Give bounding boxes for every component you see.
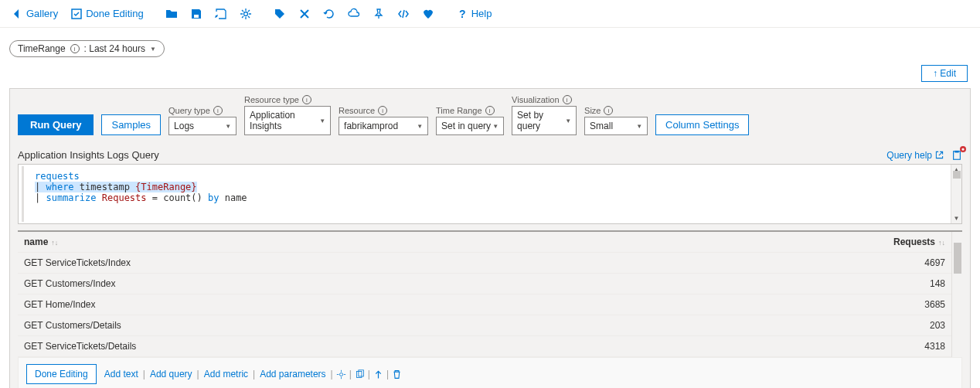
scroll-thumb[interactable] bbox=[954, 243, 961, 274]
add-metric-link[interactable]: Add metric bbox=[202, 369, 250, 379]
chevron-down-icon: ▼ bbox=[492, 123, 499, 130]
editor-scrollbar[interactable]: ▲ ▼ bbox=[951, 165, 961, 223]
scroll-thumb[interactable] bbox=[953, 171, 961, 179]
column-header-name[interactable]: name↑↓ bbox=[18, 232, 859, 252]
heart-icon bbox=[422, 8, 434, 20]
refresh-icon-button[interactable] bbox=[318, 5, 340, 23]
help-icon: ? bbox=[456, 8, 468, 20]
gallery-label: Gallery bbox=[26, 8, 58, 19]
table-row[interactable]: GET Customers/Index148 bbox=[18, 274, 951, 294]
help-button[interactable]: ? Help bbox=[451, 5, 497, 23]
samples-button[interactable]: Samples bbox=[101, 114, 161, 135]
code-icon bbox=[397, 8, 410, 20]
query-type-dropdown[interactable]: Logs▼ bbox=[168, 117, 236, 135]
save-as-icon bbox=[215, 8, 227, 20]
done-editing-icon bbox=[70, 8, 83, 20]
info-icon: i bbox=[604, 106, 613, 115]
chevron-down-icon: ▼ bbox=[417, 123, 423, 130]
resource-type-dropdown[interactable]: Application Insights▼ bbox=[244, 106, 331, 135]
results-table: name↑↓ Requests↑↓ GET ServiceTickets/Ind… bbox=[18, 230, 962, 357]
svg-point-6 bbox=[339, 373, 342, 376]
add-query-link[interactable]: Add query bbox=[148, 369, 194, 379]
parameter-area: TimeRange i : Last 24 hours ▼ bbox=[0, 28, 980, 65]
visualization-label: Visualizationi bbox=[512, 95, 577, 104]
table-row[interactable]: GET Home/Index3685 bbox=[18, 294, 951, 315]
delete-mini-icon[interactable] bbox=[392, 369, 402, 379]
svg-rect-5 bbox=[954, 150, 958, 152]
notifications-icon-button[interactable]: ● bbox=[951, 150, 962, 161]
resource-label: Resourcei bbox=[339, 106, 428, 115]
tag-icon bbox=[274, 8, 286, 20]
gallery-button[interactable]: Gallery bbox=[6, 5, 63, 23]
gear-icon bbox=[240, 8, 252, 20]
done-editing-bottom-button[interactable]: Done Editing bbox=[26, 364, 97, 384]
add-parameters-link[interactable]: Add parameters bbox=[258, 369, 327, 379]
timerange-pill-value: : Last 24 hours bbox=[84, 43, 145, 54]
svg-text:?: ? bbox=[459, 8, 466, 20]
chevron-down-icon: ▼ bbox=[150, 46, 156, 53]
query-config-panel: Run Query Samples Query typei Logs▼ Reso… bbox=[9, 88, 971, 388]
chevron-down-icon: ▼ bbox=[319, 117, 325, 124]
chevron-down-icon: ▼ bbox=[636, 123, 642, 130]
results-header-row: name↑↓ Requests↑↓ bbox=[18, 232, 951, 253]
query-type-label: Query typei bbox=[168, 106, 236, 115]
column-settings-button[interactable]: Column Settings bbox=[655, 114, 749, 135]
table-row[interactable]: GET ServiceTickets/Index4697 bbox=[18, 253, 951, 274]
refresh-icon bbox=[323, 8, 335, 20]
save-icon-button[interactable] bbox=[185, 5, 207, 23]
query-help-link[interactable]: Query help bbox=[886, 150, 944, 161]
column-header-requests[interactable]: Requests↑↓ bbox=[859, 232, 951, 252]
edit-icon-button[interactable] bbox=[269, 5, 291, 23]
folder-icon bbox=[165, 8, 178, 20]
open-icon-button[interactable] bbox=[161, 5, 182, 23]
pin-icon bbox=[373, 8, 385, 20]
timerange-label: Time Rangei bbox=[436, 106, 504, 115]
table-row[interactable]: GET Customers/Details203 bbox=[18, 315, 951, 336]
sort-icon: ↑↓ bbox=[938, 239, 945, 247]
resource-type-label: Resource typei bbox=[244, 95, 331, 104]
cloud-icon-button[interactable] bbox=[343, 5, 365, 23]
visualization-dropdown[interactable]: Set by query▼ bbox=[512, 106, 577, 135]
size-dropdown[interactable]: Small▼ bbox=[584, 117, 648, 135]
query-section-title: Application Insights Logs Query bbox=[18, 149, 159, 161]
svg-point-2 bbox=[243, 12, 247, 15]
close-icon-button[interactable] bbox=[294, 5, 315, 23]
done-editing-top-button[interactable]: Done Editing bbox=[66, 5, 148, 23]
code-icon-button[interactable] bbox=[393, 5, 414, 23]
info-icon: i bbox=[213, 106, 223, 115]
notification-badge: ● bbox=[960, 146, 966, 152]
timerange-dropdown[interactable]: Set in query▼ bbox=[436, 117, 504, 135]
info-icon: i bbox=[378, 106, 387, 115]
svg-rect-1 bbox=[194, 15, 199, 18]
edit-button-row: ↑ Edit bbox=[0, 65, 980, 88]
resource-dropdown[interactable]: fabrikamprod▼ bbox=[339, 117, 428, 135]
settings-icon-button[interactable] bbox=[235, 5, 257, 23]
info-icon: i bbox=[70, 44, 80, 53]
sort-icon: ↑↓ bbox=[51, 239, 58, 247]
timerange-parameter-pill[interactable]: TimeRange i : Last 24 hours ▼ bbox=[9, 40, 165, 57]
scroll-down-icon: ▼ bbox=[954, 215, 960, 222]
x-icon bbox=[298, 8, 311, 20]
settings-mini-icon[interactable] bbox=[336, 369, 346, 379]
heart-icon-button[interactable] bbox=[417, 5, 439, 23]
results-scrollbar[interactable] bbox=[951, 232, 962, 357]
back-arrow-icon bbox=[11, 8, 23, 20]
query-editor[interactable]: requests | where timestamp {TimeRange} |… bbox=[22, 166, 951, 222]
save-as-icon-button[interactable] bbox=[210, 5, 232, 23]
chevron-down-icon: ▼ bbox=[565, 117, 571, 124]
help-label: Help bbox=[471, 8, 492, 19]
run-query-button[interactable]: Run Query bbox=[18, 114, 94, 135]
size-label: Sizei bbox=[584, 106, 648, 115]
edit-button[interactable]: ↑ Edit bbox=[921, 65, 968, 82]
pin-icon-button[interactable] bbox=[368, 5, 390, 23]
bottom-edit-bar: Done Editing Add text| Add query| Add me… bbox=[18, 357, 962, 388]
copy-mini-icon[interactable] bbox=[355, 369, 365, 379]
external-link-icon bbox=[935, 151, 944, 159]
timerange-pill-label: TimeRange bbox=[18, 43, 66, 54]
add-text-link[interactable]: Add text bbox=[103, 369, 140, 379]
move-up-mini-icon[interactable] bbox=[373, 369, 383, 379]
top-toolbar: Gallery Done Editing ? Help bbox=[0, 0, 980, 28]
info-icon: i bbox=[485, 106, 495, 115]
info-icon: i bbox=[563, 95, 572, 104]
table-row[interactable]: GET ServiceTickets/Details4318 bbox=[18, 336, 951, 357]
